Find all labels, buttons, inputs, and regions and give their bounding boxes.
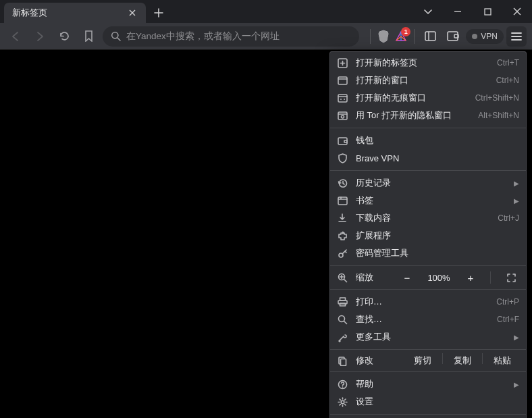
svg-point-14 (340, 99, 342, 100)
menu-bookmarks[interactable]: 书签 ▶ (330, 192, 526, 209)
brave-rewards-icon[interactable]: 1 (394, 29, 408, 44)
new-tab-button[interactable] (150, 4, 167, 22)
svg-rect-13 (338, 95, 347, 102)
menu-print[interactable]: 打印… Ctrl+P (330, 293, 526, 311)
wallet-icon (337, 135, 348, 146)
forward-button[interactable] (30, 26, 50, 47)
menu-brave-vpn[interactable]: Brave VPN (330, 149, 526, 167)
menu-label: 打开新的标签页 (356, 57, 489, 69)
svg-point-15 (344, 99, 345, 100)
extension-icon (337, 230, 348, 241)
search-icon (111, 31, 121, 41)
bookmark-icon (337, 195, 348, 206)
copy-button[interactable]: 复制 (446, 353, 479, 368)
help-icon (337, 379, 348, 390)
back-button[interactable] (5, 26, 26, 47)
menu-separator (330, 265, 526, 266)
separator (490, 271, 491, 284)
app-menu-button[interactable] (506, 26, 527, 47)
menu-settings[interactable]: 设置 (330, 393, 526, 411)
tor-icon (337, 110, 348, 121)
tab-title: 新标签页 (12, 7, 47, 19)
separator (482, 353, 483, 364)
reload-button[interactable] (54, 26, 74, 47)
svg-point-30 (341, 400, 344, 404)
svg-rect-2 (425, 32, 435, 41)
menu-label: 历史记录 (356, 177, 506, 189)
menu-label: 设置 (356, 396, 519, 408)
menu-separator (330, 170, 526, 171)
zoom-label: 缩放 (356, 271, 392, 284)
menu-label: 查找… (356, 313, 489, 325)
window-icon (337, 75, 348, 86)
menu-label: 密码管理工具 (356, 247, 519, 259)
svg-rect-12 (338, 77, 347, 84)
window-controls (413, 0, 532, 23)
fullscreen-button[interactable] (503, 269, 519, 286)
menu-label: 钱包 (356, 134, 519, 147)
menu-zoom-row: 缩放 − 100% + (330, 267, 526, 288)
menu-passwords[interactable]: 密码管理工具 (330, 244, 526, 262)
wallet-icon[interactable] (443, 26, 463, 47)
menu-shortcut: Ctrl+Shift+N (475, 93, 519, 103)
svg-rect-28 (341, 359, 346, 365)
svg-rect-25 (340, 303, 345, 306)
vpn-status-dot (472, 34, 477, 39)
menu-separator (330, 349, 526, 350)
maximize-button[interactable] (473, 0, 502, 23)
menu-downloads[interactable]: 下载内容 Ctrl+J (330, 209, 526, 227)
zoom-in-button[interactable]: + (463, 270, 478, 285)
menu-shortcut: Ctrl+T (497, 58, 519, 68)
menu-label: Brave VPN (356, 153, 519, 163)
key-icon (337, 248, 348, 259)
zoom-icon (337, 272, 348, 283)
menu-new-tor[interactable]: 用 Tor 打开新的隐私窗口 Alt+Shift+N (330, 107, 526, 124)
menu-label: 帮助 (356, 378, 506, 390)
cut-button[interactable]: 剪切 (406, 353, 440, 368)
minimize-button[interactable] (443, 0, 473, 23)
menu-separator (330, 414, 526, 415)
menu-shortcut: Ctrl+J (498, 213, 519, 223)
paste-button[interactable]: 粘贴 (485, 353, 519, 368)
submenu-chevron-icon: ▶ (514, 180, 519, 187)
menu-new-window[interactable]: 打开新的窗口 Ctrl+N (330, 72, 526, 89)
bookmark-button[interactable] (78, 26, 99, 47)
app-menu: 打开新的标签页 Ctrl+T 打开新的窗口 Ctrl+N 打开新的无痕窗口 Ct… (329, 51, 527, 418)
active-tab[interactable]: 新标签页 (4, 3, 146, 23)
window-close-button[interactable] (502, 0, 532, 23)
menu-history[interactable]: 历史记录 ▶ (330, 174, 526, 192)
toolbar-right-cluster: 1 VPN (367, 26, 527, 47)
menu-separator (330, 371, 526, 372)
zoom-out-button[interactable]: − (400, 270, 415, 285)
menu-shortcut: Ctrl+P (496, 297, 519, 307)
menu-wallet[interactable]: 钱包 (330, 132, 526, 149)
submenu-chevron-icon: ▶ (514, 334, 519, 341)
svg-rect-0 (485, 9, 491, 15)
menu-more-tools[interactable]: 更多工具 ▶ (330, 328, 526, 346)
search-input[interactable] (126, 31, 351, 41)
menu-find[interactable]: 查找… Ctrl+F (330, 311, 526, 328)
history-icon (337, 178, 348, 188)
incognito-icon (337, 93, 348, 103)
sidebar-toggle-icon[interactable] (420, 26, 440, 47)
menu-help[interactable]: 帮助 ▶ (330, 375, 526, 393)
brave-shields-icon[interactable] (376, 29, 391, 44)
menu-label: 更多工具 (356, 331, 506, 343)
menu-new-incognito[interactable]: 打开新的无痕窗口 Ctrl+Shift+N (330, 89, 526, 107)
close-tab-icon[interactable] (127, 7, 138, 18)
menu-new-tab[interactable]: 打开新的标签页 Ctrl+T (330, 54, 526, 72)
gear-icon (337, 396, 348, 407)
svg-point-17 (341, 115, 344, 118)
vpn-button[interactable]: VPN (466, 29, 504, 44)
url-bar[interactable] (103, 26, 359, 47)
print-icon (337, 296, 348, 307)
menu-label: 用 Tor 打开新的隐私窗口 (356, 109, 470, 122)
tab-search-button[interactable] (413, 0, 443, 23)
notification-badge: 1 (401, 27, 410, 36)
menu-label: 打开新的无痕窗口 (356, 92, 467, 104)
menu-extensions[interactable]: 扩展程序 (330, 227, 526, 244)
separator (442, 353, 443, 364)
menu-label: 书签 (356, 194, 506, 207)
menu-label: 扩展程序 (356, 230, 519, 242)
tools-icon (337, 332, 348, 342)
